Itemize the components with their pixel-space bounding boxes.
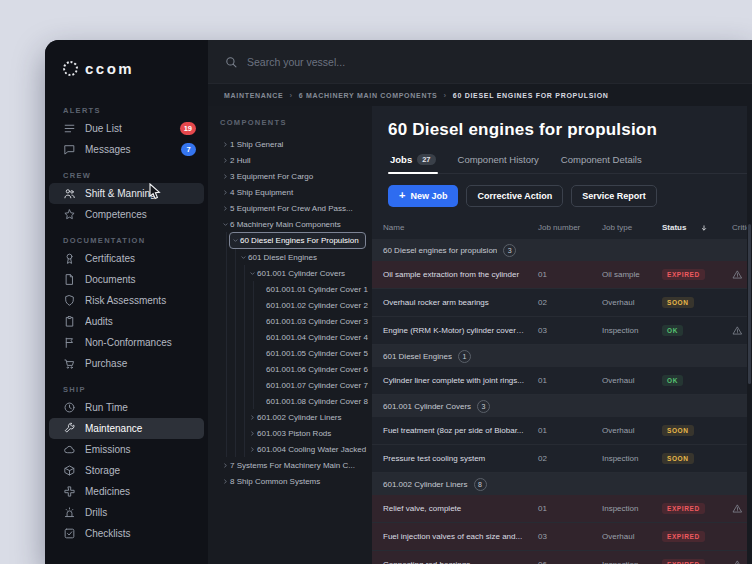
status-badge: EXPIRED (662, 559, 705, 564)
chevron-right-icon[interactable] (247, 446, 257, 453)
table-group-row-60-diesel-engines-for-propulsion[interactable]: 60 Diesel engines for propulsion3 (372, 239, 752, 261)
chevron-down-icon[interactable] (220, 221, 230, 228)
tree-item-60-diesel-engines-for-propulsion[interactable]: 60 Diesel Engines For Propulsion (229, 232, 366, 249)
tree-item-5-equipment-for-crew-and-pass[interactable]: 5 Equipment For Crew And Pass... (220, 200, 372, 216)
table-row-pressure-test-cooling-system[interactable]: Pressure test cooling system02Inspection… (372, 445, 752, 473)
column-header-name[interactable]: Name (372, 223, 530, 232)
sidebar-item-medicines[interactable]: Medicines (49, 481, 204, 502)
sidebar-item-non-conformances[interactable]: Non-Conformances (49, 332, 204, 353)
search-input[interactable] (247, 56, 736, 68)
status-badge: OK (662, 325, 683, 336)
breadcrumb-item[interactable]: 60 DIESEL ENGINES FOR PROPULSION (453, 92, 609, 99)
new-job-button[interactable]: +New Job (388, 185, 458, 207)
column-header-status[interactable]: Status (652, 223, 714, 232)
chevron-down-icon[interactable] (230, 237, 240, 244)
page-title: 60 Diesel engines for propulsion (388, 120, 752, 140)
sidebar-item-messages[interactable]: Messages7 (49, 139, 204, 160)
table-row-overhaul-rocker-arm-bearings[interactable]: Overhaul rocker arm bearings02OverhaulSO… (372, 289, 752, 317)
corrective-action-button[interactable]: Corrective Action (466, 185, 563, 207)
breadcrumb-item[interactable]: 6 MACHINERY MAIN COMPONENTS (299, 92, 438, 99)
tree-item-601-001-cylinder-covers[interactable]: 601.001 Cylinder Covers (247, 265, 372, 281)
tree-item-label: 601 Diesel Engines (248, 253, 317, 262)
tree-item-601-002-cylinder-liners[interactable]: 601.002 Cylinder Liners (247, 409, 372, 425)
tab-label: Component History (458, 154, 539, 165)
column-header-job-type[interactable]: Job type (592, 223, 652, 232)
chevron-right-icon[interactable] (220, 205, 230, 212)
sidebar-item-emissions[interactable]: Emissions (49, 439, 204, 460)
sidebar-item-audits[interactable]: Audits (49, 311, 204, 332)
tree-item-label: 601.003 Piston Rods (257, 429, 331, 438)
tree-item-601-004-cooling-water-jacked[interactable]: 601.004 Cooling Water Jacked (247, 441, 372, 457)
sidebar-item-checklists[interactable]: Checklists (49, 523, 204, 544)
chevron-right-icon[interactable] (220, 141, 230, 148)
tree-item-3-equipment-for-cargo[interactable]: 3 Equipment For Cargo (220, 168, 372, 184)
tree-item-1-ship-general[interactable]: 1 Ship General (220, 136, 372, 152)
table-group-row-601-002-cylinder-liners[interactable]: 601.002 Cylinder Liners8 (372, 473, 752, 495)
tree-item-label: 8 Ship Common Systems (230, 477, 320, 486)
tree-item-601-001-04-cylinder-cover-4[interactable]: 601.001.04 Cylinder Cover 4 (256, 329, 372, 345)
chevron-right-icon[interactable] (247, 414, 257, 421)
chevron-right-icon[interactable] (220, 462, 230, 469)
tree-item-label: 601.001.08 Cylinder Cover 8 (266, 397, 368, 406)
breadcrumb-item[interactable]: MAINTENANCE (224, 92, 283, 99)
table-group-row-601-diesel-engines[interactable]: 601 Diesel Engines1 (372, 345, 752, 367)
service-report-button[interactable]: Service Report (571, 185, 657, 207)
tree-item-601-001-01-cylinder-cover-1[interactable]: 601.001.01 Cylinder Cover 1 (256, 281, 372, 297)
sidebar-item-documents[interactable]: Documents (49, 269, 204, 290)
scrollbar[interactable] (747, 106, 752, 564)
chevron-down-icon[interactable] (247, 270, 257, 277)
group-name: 60 Diesel engines for propulsion (372, 246, 497, 255)
tab-component-details[interactable]: Component Details (559, 152, 644, 173)
tree-item-7-systems-for-machinery-main-c[interactable]: 7 Systems For Machinery Main C... (220, 457, 372, 473)
tree-item-601-001-05-cylinder-cover-5[interactable]: 601.001.05 Cylinder Cover 5 (256, 345, 372, 361)
table-row-relief-valve-complete[interactable]: Relief valve, complete01InspectionEXPIRE… (372, 495, 752, 523)
sidebar-item-competences[interactable]: Competences (49, 204, 204, 225)
tree-item-2-hull[interactable]: 2 Hull (220, 152, 372, 168)
status-badge: EXPIRED (662, 531, 705, 542)
sidebar-item-label: Run Time (85, 402, 196, 413)
table-row-cylinder-liner-complete-with-joint-rings[interactable]: Cylinder liner complete with joint rings… (372, 367, 752, 395)
tree-item-601-001-06-cylinder-cover-6[interactable]: 601.001.06 Cylinder Cover 6 (256, 361, 372, 377)
sidebar-item-purchase[interactable]: Purchase (49, 353, 204, 374)
column-header-job-number[interactable]: Job number (530, 223, 592, 232)
status-badge: SOON (662, 425, 694, 436)
tree-item-6-machinery-main-components[interactable]: 6 Machinery Main Components (220, 216, 372, 232)
tree-item-4-ship-equipment[interactable]: 4 Ship Equipment (220, 184, 372, 200)
sidebar-item-maintenance[interactable]: Maintenance (49, 418, 204, 439)
tab-jobs[interactable]: Jobs27 (388, 152, 438, 173)
table-row-fuel-treatment-8oz-per-side-of-biobar[interactable]: Fuel treatment (8oz per side of Biobar..… (372, 417, 752, 445)
chevron-right-icon[interactable] (220, 173, 230, 180)
sidebar-item-drills[interactable]: Drills (49, 502, 204, 523)
job-type: Oil sample (592, 270, 652, 279)
tree-item-601-001-03-cylinder-cover-3[interactable]: 601.001.03 Cylinder Cover 3 (256, 313, 372, 329)
chevron-right-icon[interactable] (220, 478, 230, 485)
tab-bar: Jobs27Component HistoryComponent Details (388, 152, 752, 174)
chevron-right-icon[interactable] (220, 157, 230, 164)
table-row-oil-sample-extraction-from-the-cylinder[interactable]: Oil sample extraction from the cylinder0… (372, 261, 752, 289)
tree-item-601-001-02-cylinder-cover-2[interactable]: 601.001.02 Cylinder Cover 2 (256, 297, 372, 313)
sidebar-item-run-time[interactable]: Run Time (49, 397, 204, 418)
tab-component-history[interactable]: Component History (456, 152, 541, 173)
sidebar-item-storage[interactable]: Storage (49, 460, 204, 481)
tree-item-601-001-08-cylinder-cover-8[interactable]: 601.001.08 Cylinder Cover 8 (256, 393, 372, 409)
clock-icon (63, 401, 76, 414)
checklist-icon (63, 527, 76, 540)
status-cell: EXPIRED (652, 531, 714, 542)
sidebar-item-due-list[interactable]: Due List19 (49, 118, 204, 139)
components-tree: 1 Ship General2 Hull3 Equipment For Carg… (220, 136, 372, 489)
table-row-engine-rrm-k-motor-cylinder-covers[interactable]: Engine (RRM K-Motor) cylinder covers...0… (372, 317, 752, 345)
tree-item-8-ship-common-systems[interactable]: 8 Ship Common Systems (220, 473, 372, 489)
table-row-connecting-rod-bearings[interactable]: Connecting rod bearings06InspectionEXPIR… (372, 551, 752, 564)
chevron-right-icon[interactable] (220, 189, 230, 196)
chevron-down-icon[interactable] (238, 254, 248, 261)
sidebar-item-shift-manning[interactable]: Shift & Manning (49, 183, 204, 204)
scrollbar-thumb[interactable] (748, 224, 751, 384)
tree-item-601-001-07-cylinder-cover-7[interactable]: 601.001.07 Cylinder Cover 7 (256, 377, 372, 393)
table-group-row-601-001-cylinder-covers[interactable]: 601.001 Cylinder Covers3 (372, 395, 752, 417)
sidebar-item-risk-assessments[interactable]: Risk Assessments (49, 290, 204, 311)
sidebar-item-certificates[interactable]: Certificates (49, 248, 204, 269)
tree-item-601-diesel-engines[interactable]: 601 Diesel Engines (238, 249, 372, 265)
tree-item-601-003-piston-rods[interactable]: 601.003 Piston Rods (247, 425, 372, 441)
chevron-right-icon[interactable] (247, 430, 257, 437)
table-row-fuel-injection-valves-of-each-size-and[interactable]: Fuel injection valves of each size and..… (372, 523, 752, 551)
